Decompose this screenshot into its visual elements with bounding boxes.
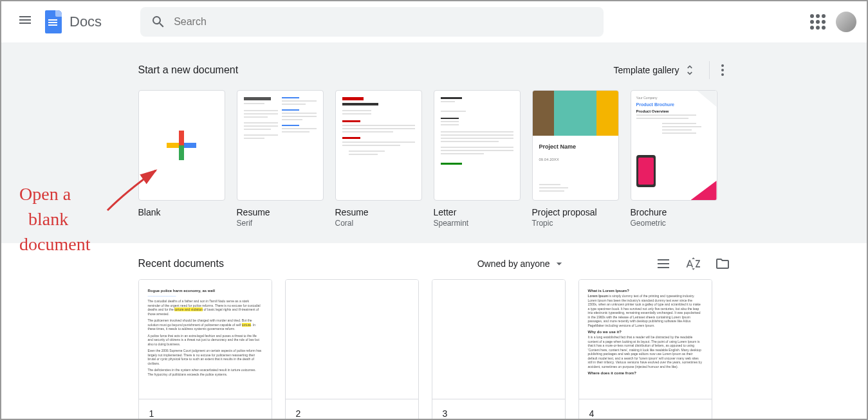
thumb-company: Your Company xyxy=(636,96,712,100)
owner-filter-dropdown[interactable]: Owned by anyone xyxy=(477,257,566,270)
doc-thumbnail: What is Lorem Ipsum? Lorem Ipsum is simp… xyxy=(579,280,712,399)
templates-title: Start a new document xyxy=(138,64,239,76)
sort-az-icon xyxy=(685,256,701,271)
app-title: Docs xyxy=(69,14,102,30)
list-view-button[interactable] xyxy=(656,256,671,271)
recent-doc-card[interactable]: 2 xyxy=(285,279,419,420)
main-menu-button[interactable] xyxy=(12,6,42,37)
doc-thumbnail: Rogue police harm economy, as well —————… xyxy=(139,280,272,399)
thumb-proposal-title: Project Name xyxy=(533,136,618,158)
thumb-overview: Product Overview xyxy=(636,109,712,113)
templates-row: Blank xyxy=(138,90,730,228)
template-thumb: Project Name 09.04.20XX xyxy=(532,90,619,201)
divider xyxy=(709,61,710,79)
recent-doc-card[interactable]: Rogue police harm economy, as well —————… xyxy=(138,279,272,420)
template-blank[interactable]: Blank xyxy=(138,90,225,228)
unfold-icon xyxy=(683,64,696,77)
recent-doc-card[interactable]: What is Lorem Ipsum? Lorem Ipsum is simp… xyxy=(578,279,712,420)
docs-icon xyxy=(45,10,62,33)
template-thumb-blank xyxy=(138,90,225,201)
list-icon xyxy=(656,256,671,271)
sort-button[interactable] xyxy=(685,256,701,271)
plus-icon xyxy=(167,131,196,160)
template-name: Blank xyxy=(138,207,225,217)
thumb-date: 09.04.20XX xyxy=(533,158,618,161)
templates-header: Start a new document Template gallery xyxy=(138,53,730,90)
app-header: Docs xyxy=(1,1,867,42)
doc-title: 2 xyxy=(286,399,418,420)
header-actions xyxy=(810,12,856,32)
template-name: Brochure xyxy=(631,207,717,217)
thumb-heading xyxy=(244,97,272,100)
template-name: Resume xyxy=(237,207,324,217)
search-icon xyxy=(151,14,166,30)
doc-title: 1 xyxy=(139,399,272,420)
template-subtitle: Spearmint xyxy=(434,219,521,228)
doc-heading: Rogue police harm economy, as well xyxy=(148,289,263,293)
search-box[interactable] xyxy=(140,7,604,37)
template-resume-serif[interactable]: Resume Serif xyxy=(237,90,324,228)
recent-header: Recent documents Owned by anyone xyxy=(138,256,730,279)
app-logo[interactable]: Docs xyxy=(45,10,102,33)
template-thumb xyxy=(434,90,521,201)
template-name: Letter xyxy=(434,207,521,217)
account-avatar[interactable] xyxy=(836,12,856,32)
template-project-proposal[interactable]: Project Name 09.04.20XX Project proposal… xyxy=(532,90,619,228)
recent-title: Recent documents xyxy=(138,258,224,269)
recent-section: Recent documents Owned by anyone xyxy=(1,243,867,420)
gallery-controls: Template gallery xyxy=(606,58,730,82)
template-thumb xyxy=(335,90,422,201)
folder-icon xyxy=(715,256,730,271)
template-letter-spearmint[interactable]: Letter Spearmint xyxy=(434,90,521,228)
templates-section: Start a new document Template gallery Bl… xyxy=(1,42,867,243)
hamburger-icon xyxy=(19,14,35,30)
template-gallery-button[interactable]: Template gallery xyxy=(606,59,704,82)
doc-thumbnail xyxy=(432,280,565,399)
doc-thumbnail xyxy=(286,280,418,399)
template-resume-coral[interactable]: Resume Coral xyxy=(335,90,422,228)
recent-doc-card[interactable]: 3 xyxy=(432,279,566,420)
template-subtitle: Tropic xyxy=(532,219,619,228)
template-thumb xyxy=(237,90,324,201)
thumb-brochure-title: Product Brochure xyxy=(636,102,712,107)
dropdown-icon xyxy=(553,257,566,270)
recent-docs-row: Rogue police harm economy, as well —————… xyxy=(138,279,730,420)
template-thumb: Your Company Product Brochure Product Ov… xyxy=(631,90,717,201)
doc-heading: Where does it come from? xyxy=(588,371,703,375)
more-options-button[interactable] xyxy=(715,58,730,82)
search-input[interactable] xyxy=(174,16,593,28)
gallery-label: Template gallery xyxy=(614,65,679,75)
search-container xyxy=(140,7,604,37)
template-subtitle: Geometric xyxy=(631,219,717,228)
doc-heading: What is Lorem Ipsum? xyxy=(588,289,703,293)
template-name: Resume xyxy=(335,207,422,217)
template-subtitle: Coral xyxy=(335,219,422,228)
doc-title: 4 xyxy=(579,399,712,420)
doc-heading: Why do we use it? xyxy=(588,330,703,334)
filter-label: Owned by anyone xyxy=(477,259,550,269)
template-brochure[interactable]: Your Company Product Brochure Product Ov… xyxy=(631,90,717,228)
template-subtitle: Serif xyxy=(237,219,324,228)
doc-title: 3 xyxy=(432,399,565,420)
open-file-picker-button[interactable] xyxy=(715,256,730,271)
google-apps-button[interactable] xyxy=(810,14,826,30)
template-name: Project proposal xyxy=(532,207,619,217)
view-controls xyxy=(656,256,730,271)
